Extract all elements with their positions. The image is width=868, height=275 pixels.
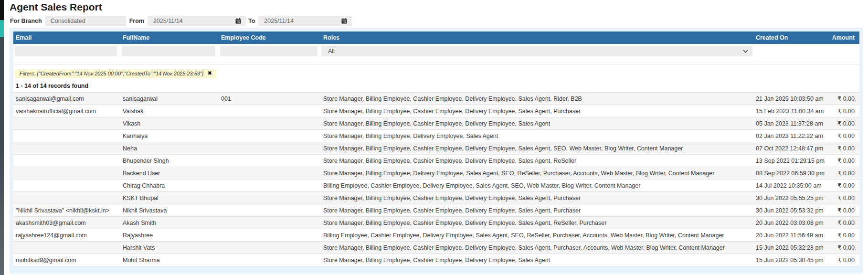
cell-email <box>13 155 120 167</box>
roles-filter-value: All <box>328 48 335 54</box>
branch-label: For Branch <box>10 18 42 24</box>
to-date-input[interactable]: 2025/11/14 <box>258 16 352 26</box>
cell-roles: Store Manager, Billing Employee, Cashier… <box>321 142 753 155</box>
header-row: Email FullName Employee Code Roles Creat… <box>13 32 859 44</box>
column-header-amount[interactable]: Amount <box>828 32 859 44</box>
cell-email <box>13 167 120 180</box>
cell-fullname: Vikash <box>120 117 219 130</box>
cell-fullname: KSKT Bhopal <box>120 192 219 204</box>
cell-email <box>13 180 120 192</box>
cell-amount: ₹ 0.00 <box>828 217 859 229</box>
cell-employee-code <box>219 254 321 266</box>
cell-created-on: 05 Jan 2023 11:37:28 am <box>753 117 828 130</box>
table-row: sanisagarwal@gmail.com sanisagarwal 001 … <box>13 93 859 105</box>
cell-email <box>13 242 120 254</box>
table-row: Chirag Chhabra Billing Employee, Cashier… <box>13 180 859 192</box>
cell-roles: Store Manager, Billing Employee, Cashier… <box>321 117 753 130</box>
table-row: mohitksd9@gmail.com Mohit Sharma Store M… <box>13 254 859 266</box>
sidebar-segment-body <box>0 37 4 275</box>
fullname-filter-input[interactable] <box>122 46 215 56</box>
from-date-input[interactable]: 2025/11/14 <box>148 16 246 26</box>
column-header-employee-code[interactable]: Employee Code <box>219 32 321 44</box>
cell-employee-code <box>219 217 321 229</box>
filter-chip-text: Filters: {"CreatedFrom":"14 Nov 2025 00:… <box>20 71 204 76</box>
cell-employee-code <box>219 130 321 142</box>
cell-amount: ₹ 0.00 <box>828 93 859 105</box>
table-row: KSKT Bhopal Store Manager, Billing Emplo… <box>13 192 859 204</box>
cell-created-on: 15 Jun 2022 05:30:45 pm <box>753 254 828 266</box>
table-row: Harshit Vats Store Manager, Billing Empl… <box>13 242 859 254</box>
column-header-created-on[interactable]: Created On <box>753 32 828 44</box>
cell-employee-code <box>219 180 321 192</box>
cell-roles: Billing Employee, Cashier Employee, Deli… <box>321 229 753 242</box>
cell-email <box>13 192 120 204</box>
report-sheet: Email FullName Employee Code Roles Creat… <box>13 32 859 266</box>
cell-created-on: 02 Jan 2023 11:22:22 am <box>753 130 828 142</box>
cell-fullname: Nikhil Srivastava <box>120 204 219 217</box>
active-filters-chip: Filters: {"CreatedFrom":"14 Nov 2025 00:… <box>15 69 216 78</box>
report-panel: Email FullName Employee Code Roles Creat… <box>10 28 863 274</box>
cell-email: akashsmith03@gmail.com <box>13 217 120 229</box>
cell-roles: Store Manager, Billing Employee, Cashier… <box>321 105 753 117</box>
table-row: akashsmith03@gmail.com Akash Smith Store… <box>13 217 859 229</box>
cell-employee-code <box>219 117 321 130</box>
roles-filter-select[interactable]: All <box>321 46 752 56</box>
cell-roles: Store Manager, Billing Employee, Cashier… <box>321 242 753 254</box>
cell-email: sanisagarwal@gmail.com <box>13 93 120 105</box>
cell-amount: ₹ 0.00 <box>828 254 859 266</box>
cell-fullname: Backend User <box>120 167 219 180</box>
cell-email: mohitksd9@gmail.com <box>13 254 120 266</box>
filter-row: All <box>13 44 859 58</box>
cell-amount: ₹ 0.00 <box>828 155 859 167</box>
table-row: rajyashree124@gmail.com Rajyashree Billi… <box>13 229 859 242</box>
cell-fullname: sanisagarwal <box>120 93 219 105</box>
cell-employee-code <box>219 105 321 117</box>
cell-fullname: Bhupender Singh <box>120 155 219 167</box>
cell-roles: Store Manager, Billing Employee, Deliver… <box>321 130 753 142</box>
column-header-fullname[interactable]: FullName <box>120 32 219 44</box>
cell-amount: ₹ 0.00 <box>828 192 859 204</box>
cell-fullname: Akash Smith <box>120 217 219 229</box>
cell-email: "Nikhil Srivastava" <nikhil@kskt.in> <box>13 204 120 217</box>
sidebar-segment-top <box>0 0 4 20</box>
table-row: Vikash Store Manager, Billing Employee, … <box>13 117 859 130</box>
chevron-down-icon <box>743 50 748 53</box>
cell-email <box>13 130 120 142</box>
cell-created-on: 15 Feb 2023 11:00:34 am <box>753 105 828 117</box>
cell-email: vaishaknairofficial@gmail.com <box>13 105 120 117</box>
from-label: From <box>129 18 144 24</box>
cell-fullname: Harshit Vats <box>120 242 219 254</box>
cell-created-on: 08 Sep 2022 06:59:30 pm <box>753 167 828 180</box>
branch-input[interactable] <box>45 16 126 26</box>
clear-filters-icon[interactable]: ✖ <box>208 71 212 76</box>
cell-employee-code <box>219 242 321 254</box>
cell-fullname: Rajyashree <box>120 229 219 242</box>
column-header-roles[interactable]: Roles <box>321 32 753 44</box>
cell-employee-code <box>219 192 321 204</box>
email-filter-input[interactable] <box>15 46 117 56</box>
sidebar-active-item-indicator[interactable] <box>0 20 4 37</box>
cell-created-on: 14 Jul 2022 10:35:00 am <box>753 180 828 192</box>
cell-roles: Store Manager, Billing Employee, Cashier… <box>321 93 753 105</box>
from-date-value: 2025/11/14 <box>153 18 183 24</box>
report-page: Agent Sales Report For Branch From 2025/… <box>4 1 868 274</box>
calendar-icon[interactable] <box>341 18 347 24</box>
employee-code-filter-input[interactable] <box>220 46 318 56</box>
cell-email: rajyashree124@gmail.com <box>13 229 120 242</box>
cell-roles: Store Manager, Billing Employee, Cashier… <box>321 204 753 217</box>
cell-roles: Store Manager, Billing Employee, Deliver… <box>321 167 753 180</box>
cell-created-on: 21 Jan 2025 10:03:50 am <box>753 93 828 105</box>
calendar-icon[interactable] <box>235 18 241 24</box>
cell-roles: Store Manager, Billing Employee, Cashier… <box>321 192 753 204</box>
table-row: Kanhaiya Store Manager, Billing Employee… <box>13 130 859 142</box>
cell-employee-code <box>219 155 321 167</box>
cell-employee-code: 001 <box>219 93 321 105</box>
cell-employee-code <box>219 167 321 180</box>
cell-amount: ₹ 0.00 <box>828 229 859 242</box>
column-header-email[interactable]: Email <box>13 32 120 44</box>
cell-fullname: Chirag Chhabra <box>120 180 219 192</box>
collapsed-sidebar[interactable] <box>0 0 4 275</box>
cell-email <box>13 117 120 130</box>
cell-created-on: 20 Jun 2022 11:56:49 am <box>753 229 828 242</box>
cell-amount: ₹ 0.00 <box>828 180 859 192</box>
